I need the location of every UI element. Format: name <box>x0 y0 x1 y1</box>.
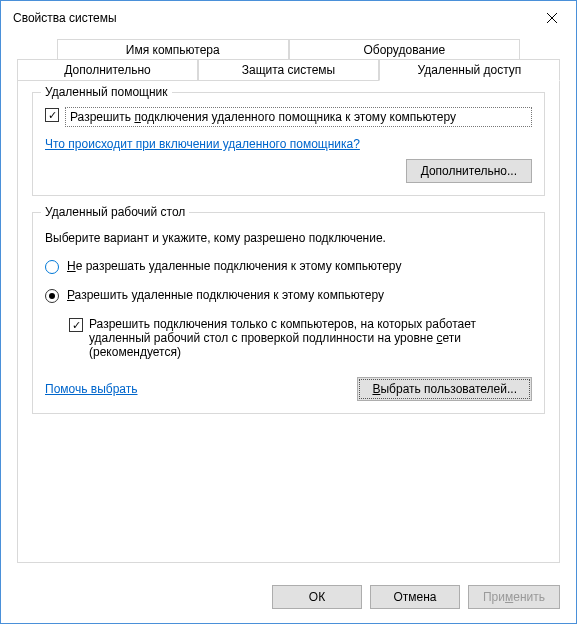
tab-advanced[interactable]: Дополнительно <box>17 59 198 81</box>
allow-assistance-checkbox[interactable] <box>45 108 59 122</box>
group-remote-desktop: Удаленный рабочий стол Выберите вариант … <box>32 212 545 414</box>
close-button[interactable] <box>532 3 572 33</box>
tab-hardware[interactable]: Оборудование <box>289 39 521 60</box>
tab-remote[interactable]: Удаленный доступ <box>379 59 560 81</box>
select-users-button[interactable]: Выбрать пользователей... <box>357 377 532 401</box>
content-area: Имя компьютера Оборудование Дополнительн… <box>1 35 576 575</box>
window-title: Свойства системы <box>13 11 117 25</box>
group-remote-desktop-title: Удаленный рабочий стол <box>41 205 189 219</box>
cancel-button[interactable]: Отмена <box>370 585 460 609</box>
system-properties-window: Свойства системы Имя компьютера Оборудов… <box>0 0 577 624</box>
tab-computer-name[interactable]: Имя компьютера <box>57 39 289 60</box>
nla-row: Разрешить подключения только с компьютер… <box>69 317 532 359</box>
radio-allow[interactable] <box>45 289 59 303</box>
apply-button[interactable]: Применить <box>468 585 560 609</box>
ok-button[interactable]: ОК <box>272 585 362 609</box>
tabs-row-upper: Имя компьютера Оборудование <box>57 39 520 60</box>
radio-allow-label: Разрешить удаленные подключения к этому … <box>67 288 384 302</box>
assistance-advanced-button[interactable]: Дополнительно... <box>406 159 532 183</box>
radio-deny-label: Не разрешать удаленные подключения к это… <box>67 259 401 273</box>
tabs-row-lower: Дополнительно Защита системы Удаленный д… <box>17 59 560 81</box>
tab-panel-remote: Удаленный помощник Разрешить подключения… <box>17 80 560 563</box>
help-choose-link[interactable]: Помочь выбрать <box>45 382 138 396</box>
radio-allow-row: Разрешить удаленные подключения к этому … <box>45 288 532 303</box>
close-icon <box>546 12 558 24</box>
rdp-bottom-row: Помочь выбрать Выбрать пользователей... <box>45 377 532 401</box>
titlebar: Свойства системы <box>1 1 576 35</box>
group-remote-assistance: Удаленный помощник Разрешить подключения… <box>32 92 545 196</box>
radio-deny-row: Не разрешать удаленные подключения к это… <box>45 259 532 274</box>
nla-checkbox[interactable] <box>69 318 83 332</box>
rdp-instruction: Выберите вариант и укажите, кому разреше… <box>45 231 532 245</box>
allow-assistance-row: Разрешить подключения удаленного помощни… <box>45 107 532 127</box>
tab-system-protection[interactable]: Защита системы <box>198 59 379 81</box>
radio-deny[interactable] <box>45 260 59 274</box>
allow-assistance-label: Разрешить подключения удаленного помощни… <box>65 107 532 127</box>
group-remote-assistance-title: Удаленный помощник <box>41 85 172 99</box>
assistance-help-link[interactable]: Что происходит при включении удаленного … <box>45 137 360 151</box>
dialog-footer: ОК Отмена Применить <box>1 575 576 623</box>
nla-label: Разрешить подключения только с компьютер… <box>89 317 532 359</box>
